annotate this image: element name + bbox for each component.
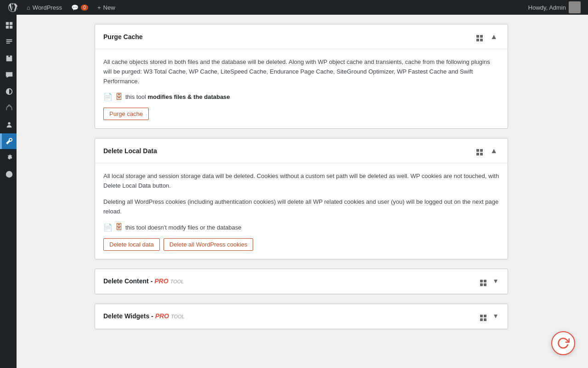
grid-icon-3 xyxy=(480,280,486,286)
delete-local-data-body: All local storage and session storage da… xyxy=(95,163,508,259)
delete-local-data-desc2: Deleting all WordPress cookies (includin… xyxy=(103,197,499,217)
delete-local-data-actions: Delete local data Delete all WordPress c… xyxy=(103,238,499,251)
delete-widgets-collapse-btn[interactable]: ▾ xyxy=(492,311,499,321)
delete-local-data-card: Delete Local Data ▲ All local storage an… xyxy=(95,138,508,259)
delete-widgets-card: Delete Widgets - PRO tool ▾ xyxy=(95,304,508,329)
grid-icon-4 xyxy=(480,315,486,321)
sidebar-item-appearance[interactable] xyxy=(0,84,17,99)
comments-item[interactable]: 💬 0 xyxy=(67,0,93,15)
svg-rect-3 xyxy=(10,26,12,29)
delete-wp-cookies-btn[interactable]: Delete all WordPress cookies xyxy=(164,238,254,251)
delete-local-data-meta: 📄 🗄 this tool doesn't modify files or th… xyxy=(103,223,499,232)
purge-cache-controls: ▲ xyxy=(475,31,499,42)
sidebar-item-tools[interactable] xyxy=(0,133,17,149)
purge-cache-btn[interactable]: Purge cache xyxy=(103,108,149,120)
purge-cache-body: All cache objects stored in both files a… xyxy=(95,49,508,128)
plus-icon: + xyxy=(97,4,101,11)
grid-icon xyxy=(476,35,483,41)
purge-cache-desc: All cache objects stored in both files a… xyxy=(103,58,499,86)
delete-local-data-title: Delete Local Data xyxy=(103,147,157,155)
file-icon: 📄 xyxy=(103,92,113,101)
sidebar-item-settings[interactable] xyxy=(0,150,17,166)
sidebar xyxy=(0,15,17,368)
howdy-text: Howdy, Admin xyxy=(528,4,566,11)
delete-content-header: Delete Content - Delete ContentPRO tool … xyxy=(95,269,508,294)
delete-local-data-collapse-btn[interactable]: ▲ xyxy=(488,146,499,155)
site-name-item[interactable]: ⌂ WordPress xyxy=(22,0,67,15)
sidebar-item-posts[interactable] xyxy=(0,34,17,50)
db-icon: 🗄 xyxy=(115,93,123,101)
svg-rect-1 xyxy=(10,22,12,25)
new-item[interactable]: + New xyxy=(93,0,120,15)
delete-local-data-desc1: All local storage and session storage da… xyxy=(103,172,499,191)
delete-local-meta-text: this tool doesn't modify files or the da… xyxy=(125,224,242,231)
sidebar-item-dashboard[interactable] xyxy=(0,17,17,33)
file-icon-2: 📄 xyxy=(103,223,113,232)
main-content: Purge Cache ▲ All cache objects stored i… xyxy=(17,15,588,368)
avatar[interactable] xyxy=(569,1,581,13)
grid-icon-2 xyxy=(476,149,483,155)
delete-widgets-controls: ▾ xyxy=(478,310,499,322)
delete-content-controls: ▾ xyxy=(478,276,499,287)
delete-widgets-title: Delete Widgets - PRO tool xyxy=(103,312,185,320)
delete-content-card: Delete Content - Delete ContentPRO tool … xyxy=(95,269,508,294)
db-icon-2: 🗄 xyxy=(115,223,123,231)
delete-widgets-grid-btn[interactable] xyxy=(478,310,488,322)
delete-widgets-header: Delete Widgets - PRO tool ▾ xyxy=(95,304,508,329)
purge-cache-header: Purge Cache ▲ xyxy=(95,24,508,49)
delete-content-grid-btn[interactable] xyxy=(478,276,488,287)
delete-local-data-grid-btn[interactable] xyxy=(475,145,485,156)
delete-local-data-controls: ▲ xyxy=(475,145,499,156)
sidebar-item-updates[interactable] xyxy=(0,167,17,182)
purge-cache-meta: 📄 🗄 this tool modifies files & the datab… xyxy=(103,92,499,101)
delete-local-data-header: Delete Local Data ▲ xyxy=(95,138,508,163)
wp-logo[interactable] xyxy=(4,0,22,15)
house-icon: ⌂ xyxy=(27,4,30,11)
layout: Purge Cache ▲ All cache objects stored i… xyxy=(0,15,588,368)
admin-bar-right: Howdy, Admin xyxy=(528,1,584,13)
svg-point-4 xyxy=(8,122,10,125)
delete-content-title: Delete Content - Delete ContentPRO tool xyxy=(103,277,184,285)
purge-cache-meta-text: this tool modifies files & the database xyxy=(125,93,230,100)
sidebar-item-media[interactable] xyxy=(0,51,17,66)
refresh-button[interactable] xyxy=(551,331,575,355)
svg-rect-2 xyxy=(6,26,9,29)
purge-cache-collapse-btn[interactable]: ▲ xyxy=(488,32,499,41)
purge-cache-title: Purge Cache xyxy=(103,33,143,40)
sidebar-item-plugins[interactable] xyxy=(0,100,17,116)
sidebar-item-comments[interactable] xyxy=(0,67,17,83)
purge-cache-grid-btn[interactable] xyxy=(475,31,485,42)
delete-local-data-btn[interactable]: Delete local data xyxy=(103,238,160,251)
delete-content-collapse-btn[interactable]: ▾ xyxy=(492,276,499,286)
comment-icon: 💬 xyxy=(71,4,79,11)
admin-bar: ⌂ WordPress 💬 0 + New Howdy, Admin xyxy=(0,0,588,15)
svg-rect-0 xyxy=(6,22,9,25)
sidebar-item-users[interactable] xyxy=(0,117,17,132)
purge-cache-actions: Purge cache xyxy=(103,108,499,120)
purge-cache-card: Purge Cache ▲ All cache objects stored i… xyxy=(95,24,508,129)
